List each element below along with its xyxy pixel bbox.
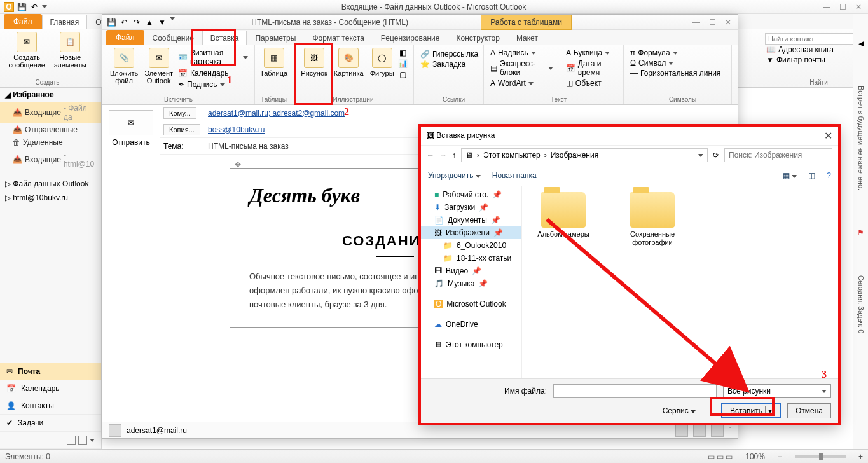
to-field[interactable]: adersat1@mail.ru; adresat2@gmail.com [204,109,738,118]
preview-icon[interactable]: ◫ [808,171,815,180]
table-button[interactable]: ▦Таблица [258,46,290,78]
msg-tab-options[interactable]: Параметры [247,31,304,45]
nav-tasks[interactable]: ✔Задачи [0,415,101,432]
picture-button[interactable]: 🖼Рисунок [298,46,330,79]
address-book-button[interactable]: 📖Адресная книга [765,45,835,55]
tab-home[interactable]: Главная [42,15,88,29]
zoom-out-icon[interactable]: − [778,452,782,461]
rail-expand-icon[interactable]: ◀ [858,39,864,48]
redo-icon[interactable]: ↷ [132,17,142,27]
breadcrumb[interactable]: 🖥 › Этот компьютер › Изображения [461,148,708,162]
nav-inbox-2[interactable]: 📥Входящие - html@10 [0,149,101,170]
tree-downloads[interactable]: ⬇Загрузки 📌 [420,201,521,214]
table-anchor-icon[interactable]: ✥ [235,160,241,169]
close-icon[interactable]: ✕ [725,18,731,27]
qat-more-icon[interactable] [42,5,47,8]
zoom-in-icon[interactable]: + [858,452,863,461]
quickparts-button[interactable]: ▤Экспресс-блоки [489,59,555,78]
nav-back-icon[interactable]: ← [427,151,434,160]
nav-deleted[interactable]: 🗑Удаленные [0,136,101,149]
calendar-button[interactable]: 📅Календарь [177,68,249,78]
dlg-close-icon[interactable]: ✕ [824,130,832,142]
expand-icon[interactable]: ˆ [729,426,731,435]
contact-icon[interactable] [711,424,724,437]
msg-tab-insert[interactable]: Вставка [202,31,247,45]
minimize-icon[interactable]: — [823,3,830,11]
undo-icon[interactable]: ↶ [119,17,129,27]
outlook-item-button[interactable]: ✉Элемент Outlook [142,46,176,90]
object-button[interactable]: ◫Объект [565,78,618,88]
maximize-icon[interactable]: ☐ [839,3,846,11]
tree-folder-1[interactable]: 📁6_Oulook2010 [420,239,521,252]
nav-shortcuts[interactable] [0,432,101,449]
view-icon[interactable]: ▦ [783,171,797,180]
msg-tab-message[interactable]: Сообщение [144,31,202,45]
maximize-icon[interactable]: ☐ [709,18,716,27]
help-icon[interactable]: ? [827,171,831,180]
organize-button[interactable]: Упорядочить [428,171,481,180]
find-contact-input[interactable] [765,33,859,45]
rail-today[interactable]: Сегодня: Задач: 0 [857,275,865,333]
to-button[interactable]: Кому... [163,107,196,119]
nav-fwd-icon[interactable]: → [439,151,447,160]
hline-button[interactable]: —Горизонтальная линия [629,68,722,78]
datetime-button[interactable]: 📅Дата и время [565,59,618,78]
equation-button[interactable]: πФормула [629,48,679,58]
tree-documents[interactable]: 📄Документы 📌 [420,214,521,226]
context-tab-tables[interactable]: Работа с таблицами [481,15,572,30]
cancel-button[interactable]: Отмена [787,403,831,418]
msg-tab-format[interactable]: Формат текста [304,31,372,45]
qat-more-icon[interactable] [170,17,175,20]
symbol-button[interactable]: ΩСимвол [629,58,675,68]
nav-favorites-header[interactable]: ◢ Избранное [0,88,101,102]
nav-contacts[interactable]: 👤Контакты [0,397,101,415]
tree-desktop[interactable]: ■Рабочий сто. 📌 [420,188,521,201]
shapes-button[interactable]: ◯Фигуры [368,46,397,79]
dlg-search-input[interactable] [724,148,832,162]
hyperlink-button[interactable]: 🔗Гиперссылка [419,49,479,59]
nav-sent[interactable]: 📤Отправленные [0,123,101,136]
tree-onedrive[interactable]: ☁OneDrive [420,318,521,331]
msg-tab-review[interactable]: Рецензирование [373,31,448,45]
clipart-button[interactable]: 🎨Картинка [331,46,366,79]
undo-icon[interactable]: ↶ [29,2,39,12]
send-button[interactable]: ✉ [109,110,153,135]
attach-file-button[interactable]: 📎Вложить файл [107,46,141,90]
next-icon[interactable]: ▼ [157,17,167,27]
service-button[interactable]: Сервис [663,406,696,415]
screenshot-icon[interactable]: ▢ [398,69,408,79]
prev-icon[interactable]: ▲ [144,17,155,27]
nav-account[interactable]: ▷ html@10bukv.ru [0,191,101,205]
msg-tab-design[interactable]: Конструктор [448,31,508,45]
new-message-button[interactable]: ✉ Создать сообщение [6,31,48,70]
tree-music[interactable]: 🎵Музыка 📌 [420,277,521,290]
refresh-icon[interactable]: ⟳ [713,151,719,160]
nav-mail[interactable]: ✉Почта [0,363,101,380]
nav-calendar[interactable]: 📅Календарь [0,380,101,397]
tree-pictures[interactable]: 🖼Изображени 📌 [420,226,521,239]
textbox-button[interactable]: AНадпись [489,48,555,58]
signature-button[interactable]: ✒Подпись [177,79,249,90]
cc-button[interactable]: Копия... [163,124,200,135]
nav-datafile[interactable]: ▷ Файл данных Outlook [0,177,101,191]
msg-tab-layout[interactable]: Макет [508,31,546,45]
view-icons[interactable]: ▭ ▭ ▭ [708,452,733,461]
smartart-icon[interactable]: ◧ [398,48,408,58]
tree-outlook[interactable]: OMicrosoft Outlook [420,298,521,310]
dropcap-button[interactable]: A̲Буквица [565,48,618,58]
tree-thispc[interactable]: 🖥Этот компьютер [420,338,521,351]
nav-up-icon[interactable]: ↑ [452,151,456,160]
tab-file[interactable]: Файл [4,14,42,29]
save-icon[interactable]: 💾 [17,2,27,12]
chart-icon[interactable]: 📊 [398,59,408,69]
contact-icon[interactable] [693,424,706,437]
contact-icon[interactable] [675,424,688,437]
tree-folder-2[interactable]: 📁18-11-xx статьи [420,252,521,265]
zoom-slider[interactable] [795,455,846,458]
new-items-button[interactable]: 📋 Новые элементы [52,31,89,70]
save-icon[interactable]: 💾 [106,17,116,27]
wordart-button[interactable]: AWordArt [489,78,555,88]
rail-meetings[interactable]: Встреч в будущем не намечено. [857,86,865,190]
close-icon[interactable]: ✕ [855,3,862,11]
business-card-button[interactable]: 🪪Визитная карточка [177,48,249,67]
